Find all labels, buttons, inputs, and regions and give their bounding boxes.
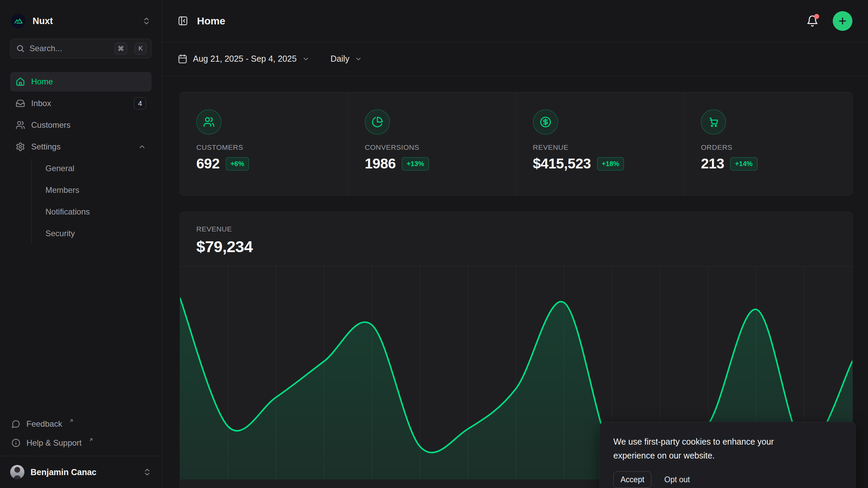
external-link-icon bbox=[69, 418, 74, 423]
main-area: Home Aug 21, 2025 - Sep 4, 2025 Daily bbox=[162, 0, 868, 488]
help-support-label: Help & Support bbox=[26, 438, 82, 448]
feedback-link[interactable]: Feedback bbox=[10, 414, 152, 433]
page-title: Home bbox=[197, 15, 806, 27]
optout-cookies-button[interactable]: Opt out bbox=[664, 475, 690, 484]
external-link-icon bbox=[88, 437, 94, 442]
notification-dot bbox=[814, 14, 819, 19]
stat-delta-badge: +6% bbox=[226, 157, 249, 170]
stat-value: $415,523 bbox=[533, 156, 591, 172]
stat-value: 213 bbox=[701, 156, 724, 172]
dollar-circle-icon bbox=[533, 109, 558, 135]
stat-delta-badge: +14% bbox=[730, 157, 757, 170]
sidebar-item-home[interactable]: Home bbox=[10, 72, 152, 92]
sidebar-item-label: Inbox bbox=[31, 99, 128, 108]
workspace-switcher[interactable]: Nuxt bbox=[10, 9, 152, 33]
sidebar-footer: Feedback Help & Support Benjamin Canac bbox=[0, 414, 162, 488]
stat-value: 692 bbox=[196, 156, 220, 172]
sidebar-item-settings[interactable]: Settings bbox=[10, 137, 152, 157]
cookie-message-line2: experience on our website. bbox=[613, 451, 715, 460]
stat-label: ORDERS bbox=[701, 143, 852, 151]
users-icon bbox=[16, 120, 25, 130]
home-icon bbox=[16, 77, 25, 86]
sidebar-subitem-general[interactable]: General bbox=[32, 159, 152, 178]
revenue-chart-value: $79,234 bbox=[196, 237, 836, 256]
stat-conversions[interactable]: CONVERSIONS 1986 +13% bbox=[348, 93, 516, 195]
stat-orders[interactable]: ORDERS 213 +14% bbox=[684, 93, 852, 195]
stat-customers[interactable]: CUSTOMERS 692 +6% bbox=[180, 93, 348, 195]
info-circle-icon bbox=[12, 439, 20, 447]
kbd-k: K bbox=[135, 43, 146, 55]
chevron-down-icon bbox=[355, 55, 362, 63]
search-icon bbox=[16, 44, 25, 53]
user-menu[interactable]: Benjamin Canac bbox=[10, 456, 152, 488]
cart-icon bbox=[701, 109, 726, 135]
stats-card: CUSTOMERS 692 +6% CONVERSIONS 1986 +13% bbox=[180, 92, 853, 196]
gear-icon bbox=[16, 142, 25, 151]
settings-subnav: General Members Notifications Security bbox=[31, 159, 152, 243]
user-name: Benjamin Canac bbox=[31, 467, 137, 477]
granularity-select[interactable]: Daily bbox=[331, 54, 362, 64]
inbox-count-badge: 4 bbox=[134, 97, 146, 109]
sidebar-item-label: Settings bbox=[31, 142, 132, 151]
nuxt-logo-icon bbox=[11, 14, 26, 28]
sidebar-item-customers[interactable]: Customers bbox=[10, 115, 152, 135]
sidebar-item-label: Customers bbox=[31, 120, 146, 130]
filters-toolbar: Aug 21, 2025 - Sep 4, 2025 Daily bbox=[162, 42, 868, 76]
revenue-chart-label: REVENUE bbox=[196, 225, 836, 233]
chat-bubble-icon bbox=[12, 420, 20, 428]
search-placeholder: Search... bbox=[29, 44, 110, 53]
workspace-name: Nuxt bbox=[33, 16, 135, 26]
sidebar-nav: Home Inbox 4 Customers Settings Ge bbox=[10, 72, 152, 243]
accept-cookies-button[interactable]: Accept bbox=[613, 471, 651, 488]
sidebar: Nuxt Search... ⌘ K Home Inbox 4 bbox=[0, 0, 162, 488]
date-range-picker[interactable]: Aug 21, 2025 - Sep 4, 2025 bbox=[178, 54, 310, 64]
collapse-sidebar-button[interactable] bbox=[178, 16, 188, 26]
granularity-value: Daily bbox=[331, 54, 350, 64]
cookie-banner: We use first-party cookies to enhance yo… bbox=[599, 422, 856, 488]
stat-delta-badge: +18% bbox=[597, 157, 624, 170]
page-header: Home bbox=[162, 0, 868, 42]
cookie-message-line1: We use first-party cookies to enhance yo… bbox=[613, 437, 774, 446]
search-input[interactable]: Search... ⌘ K bbox=[10, 39, 152, 58]
chevrons-up-down-icon bbox=[143, 468, 152, 476]
avatar bbox=[10, 465, 24, 479]
stat-revenue[interactable]: REVENUE $415,523 +18% bbox=[516, 93, 685, 195]
sidebar-item-label: Home bbox=[31, 77, 146, 86]
sidebar-item-inbox[interactable]: Inbox 4 bbox=[10, 94, 152, 113]
add-button[interactable] bbox=[833, 11, 852, 31]
pie-chart-icon bbox=[365, 109, 390, 135]
date-range-value: Aug 21, 2025 - Sep 4, 2025 bbox=[193, 54, 297, 64]
users-icon bbox=[196, 109, 221, 135]
stat-delta-badge: +13% bbox=[402, 157, 429, 170]
plus-icon bbox=[837, 16, 848, 26]
stat-label: REVENUE bbox=[533, 143, 685, 151]
kbd-cmd: ⌘ bbox=[115, 43, 127, 55]
chevron-down-icon bbox=[302, 55, 310, 63]
help-support-link[interactable]: Help & Support bbox=[10, 433, 152, 452]
stat-label: CONVERSIONS bbox=[365, 143, 516, 151]
calendar-icon bbox=[178, 54, 188, 64]
sidebar-subitem-members[interactable]: Members bbox=[32, 180, 152, 200]
inbox-icon bbox=[16, 99, 25, 108]
dashboard-content: CUSTOMERS 692 +6% CONVERSIONS 1986 +13% bbox=[162, 76, 868, 488]
sidebar-subitem-security[interactable]: Security bbox=[32, 224, 152, 243]
feedback-label: Feedback bbox=[26, 419, 62, 429]
stat-label: CUSTOMERS bbox=[196, 143, 348, 151]
chevron-up-icon bbox=[138, 143, 146, 151]
stat-value: 1986 bbox=[365, 156, 396, 172]
sidebar-subitem-notifications[interactable]: Notifications bbox=[32, 202, 152, 222]
chevrons-up-down-icon bbox=[142, 17, 151, 25]
notifications-button[interactable] bbox=[806, 15, 818, 27]
